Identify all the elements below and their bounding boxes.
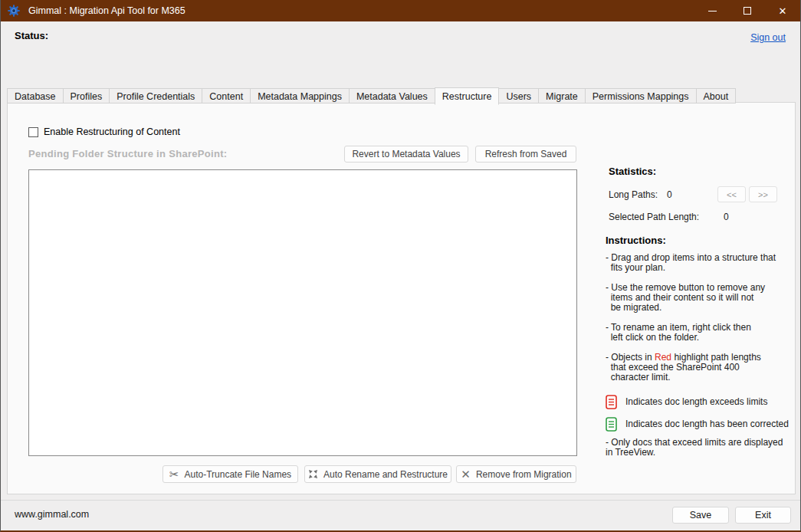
folder-structure-treeview[interactable] — [28, 169, 577, 456]
close-icon: ✕ — [779, 6, 787, 16]
enable-restructuring-checkbox[interactable] — [28, 127, 38, 137]
instruction-rename: - To rename an item, right click then le… — [606, 323, 797, 343]
instructions-body: - Drag and drop items into a structure t… — [606, 253, 797, 458]
legend-corrected-text: Indicates doc length has been corrected — [625, 419, 789, 429]
website-label: www.gimmal.com — [15, 509, 89, 520]
tab-database[interactable]: Database — [7, 88, 64, 103]
gear-app-icon — [8, 5, 20, 17]
maximize-button[interactable] — [730, 0, 765, 21]
remove-from-migration-button[interactable]: ✕ Remove from Migration — [456, 465, 576, 483]
instruction-remove-button: - Use the remove button to remove any it… — [606, 283, 797, 313]
minimize-icon — [708, 11, 717, 11]
tab-strip: Database Profiles Profile Credentials Co… — [7, 87, 735, 103]
close-button[interactable]: ✕ — [765, 0, 800, 21]
title-bar: Gimmal : Migration Api Tool for M365 ✕ — [1, 0, 800, 21]
instruction-treeview-note: - Only docs that exceed limits are displ… — [606, 438, 797, 458]
long-paths-value: 0 — [667, 189, 672, 200]
pending-structure-label: Pending Folder Structure in SharePoint: — [28, 148, 227, 159]
instructions-title: Instructions: — [606, 235, 666, 246]
maximize-icon — [744, 7, 751, 15]
window-title: Gimmal : Migration Api Tool for M365 — [28, 5, 185, 16]
legend-exceeds-limits: Indicates doc length exceeds limits — [606, 393, 797, 410]
revert-to-metadata-values-button[interactable]: Revert to Metadata Values — [344, 146, 468, 163]
remove-label: Remove from Migration — [476, 469, 572, 480]
previous-long-path-button[interactable]: << — [717, 186, 746, 202]
status-label: Status: — [15, 30, 48, 41]
next-long-path-button[interactable]: >> — [749, 186, 777, 202]
statistics-title: Statistics: — [609, 166, 656, 177]
selected-path-length-label: Selected Path Length: — [609, 212, 699, 222]
tab-restructure[interactable]: Restructure — [435, 87, 500, 105]
tab-metadata-mappings[interactable]: Metadata Mappings — [250, 88, 350, 103]
enable-restructuring-row: Enable Restructuring of Content — [28, 126, 180, 137]
enable-restructuring-label: Enable Restructuring of Content — [44, 126, 180, 137]
legend-corrected: Indicates doc length has been corrected — [606, 415, 797, 432]
instruction-drag-drop: - Drag and drop items into a structure t… — [606, 253, 797, 273]
long-paths-label: Long Paths: — [609, 189, 658, 200]
refresh-from-saved-button[interactable]: Refresh from Saved — [475, 146, 576, 163]
instruction-red-word: Red — [655, 352, 671, 363]
tab-metadata-values[interactable]: Metadata Values — [349, 88, 435, 103]
restructure-tab-page: Enable Restructuring of Content Pending … — [7, 102, 796, 494]
auto-truncate-file-names-button[interactable]: ✂ Auto-Truncate File Names — [162, 465, 298, 483]
green-doc-icon — [606, 417, 617, 432]
selected-path-length-value: 0 — [724, 212, 729, 222]
scissors-icon: ✂ — [169, 468, 179, 480]
instruction-red-pre: - Objects in — [606, 352, 655, 363]
tab-users[interactable]: Users — [498, 88, 539, 103]
minimize-button[interactable] — [694, 0, 730, 21]
save-button[interactable]: Save — [672, 507, 729, 524]
tab-profiles[interactable]: Profiles — [63, 88, 110, 103]
legend-exceeds-text: Indicates doc length exceeds limits — [625, 396, 767, 407]
auto-rename-restructure-button[interactable]: Auto Rename and Restructure — [304, 465, 451, 483]
footer-divider — [1, 500, 800, 501]
collapse-arrows-icon — [308, 469, 318, 479]
tab-profile-credentials[interactable]: Profile Credentials — [109, 88, 202, 103]
auto-rename-label: Auto Rename and Restructure — [323, 469, 448, 480]
red-doc-icon — [606, 395, 617, 409]
x-remove-icon: ✕ — [461, 468, 471, 480]
tab-migrate[interactable]: Migrate — [538, 88, 586, 103]
auto-truncate-label: Auto-Truncate File Names — [184, 469, 291, 480]
tab-permissions-mappings[interactable]: Permissions Mappings — [585, 88, 697, 103]
app-window: Gimmal : Migration Api Tool for M365 ✕ S… — [0, 0, 801, 532]
sign-out-link[interactable]: Sign out — [750, 32, 786, 43]
window-controls: ✕ — [694, 0, 800, 21]
tab-content[interactable]: Content — [202, 88, 251, 103]
instruction-red-objects: - Objects in Red highlight path lengths … — [606, 353, 797, 383]
tab-about[interactable]: About — [696, 88, 737, 103]
exit-button[interactable]: Exit — [735, 507, 791, 524]
